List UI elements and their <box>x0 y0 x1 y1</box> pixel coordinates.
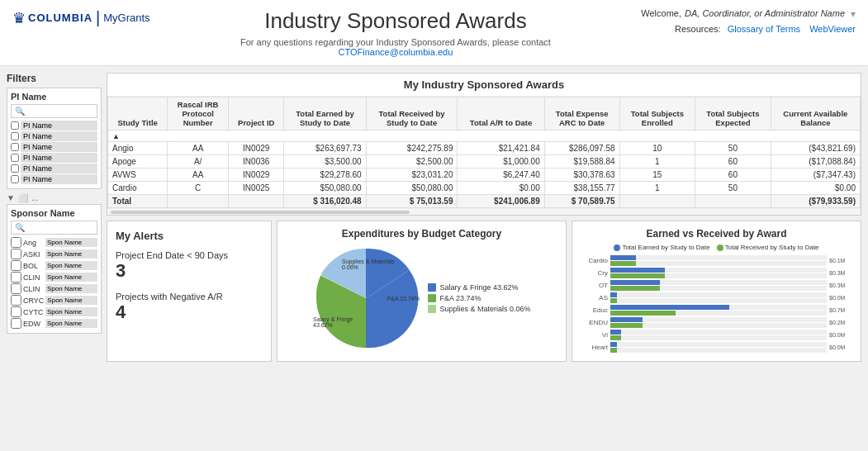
pie-legend-salary: Salary & Fringe 43.62% <box>428 283 530 292</box>
bar-row-cardio: Cardio $0.1M <box>579 255 854 266</box>
bottom-panels: My Alerts Project End Date < 90 Days 3 P… <box>107 221 861 362</box>
pi-item-1: PI Name <box>11 121 97 131</box>
pi-item-4: PI Name <box>11 153 97 163</box>
legend-earned: Total Earned by Study to Date <box>614 244 709 251</box>
pi-checkbox-5[interactable] <box>11 164 19 173</box>
sponsor-btn-3[interactable]: Spon Name <box>45 261 97 270</box>
sponsor-btn-4[interactable]: Spon Name <box>45 273 97 282</box>
bar-chart-title: Earned vs Received by Award <box>579 228 854 240</box>
table-title: My Industry Sponsored Awards <box>107 74 861 97</box>
alerts-panel: My Alerts Project End Date < 90 Days 3 P… <box>107 221 272 362</box>
sponsor-item-3: BOL Spon Name <box>11 260 97 271</box>
resources-label: Resources: <box>675 24 721 34</box>
title-area: Industry Sponsored Awards For any questi… <box>150 8 642 57</box>
bar-chart-legend: Total Earned by Study to Date Total Rece… <box>579 244 854 251</box>
scroll-icon[interactable]: ▾ <box>851 8 856 20</box>
sponsor-btn-6[interactable]: Spon Name <box>45 296 97 305</box>
more-icon[interactable]: ... <box>31 193 38 202</box>
logo-grants: MyGrants <box>103 12 149 24</box>
filters-panel: Filters PI Name PI Name PI Name PI Name … <box>7 73 102 362</box>
pi-checkbox-3[interactable] <box>11 143 19 151</box>
pi-checkbox-1[interactable] <box>11 121 19 130</box>
col-balance: Current AvailableBalance <box>771 97 860 131</box>
pi-btn-2[interactable]: PI Name <box>21 131 97 141</box>
alert-count-2: 4 <box>116 301 263 323</box>
pie-legend: Salary & Fringe 43.62% F&A 23.74% Suppli… <box>428 283 530 316</box>
sponsor-cb-1[interactable] <box>11 237 21 248</box>
sponsor-btn-8[interactable]: Spon Name <box>45 319 97 328</box>
pie-legend-supplies: Supplies & Materials 0.06% <box>428 305 530 313</box>
glossary-link[interactable]: Glossary of Terms <box>728 24 800 34</box>
sort-row: ▲ <box>108 131 861 142</box>
right-content: My Industry Sponsored Awards Study Title… <box>107 73 861 362</box>
sponsor-short-3: BOL <box>23 262 44 270</box>
alert-desc-1: Project End Date < 90 Days <box>116 250 263 260</box>
table-row: AVWS AA IN0029 $29,278.60 $23,031.20 $6,… <box>108 169 861 182</box>
pi-checkbox-2[interactable] <box>11 132 19 140</box>
sponsor-short-1: Ang <box>23 239 44 247</box>
pi-btn-4[interactable]: PI Name <box>21 153 97 163</box>
alerts-title: My Alerts <box>116 230 263 242</box>
sponsor-item-4: CLIN Spon Name <box>11 272 97 282</box>
sort-arrow[interactable]: ▲ <box>112 132 120 140</box>
pi-btn-5[interactable]: PI Name <box>21 164 97 173</box>
sponsor-btn-2[interactable]: Spon Name <box>45 249 97 259</box>
main-content: Filters PI Name PI Name PI Name PI Name … <box>0 66 868 368</box>
total-row: Total $ 316,020.48 $ 75,013.59 $241,006.… <box>108 195 861 208</box>
sponsor-cb-5[interactable] <box>11 283 21 294</box>
pi-checkbox-4[interactable] <box>11 154 19 162</box>
sponsor-cb-3[interactable] <box>11 260 21 271</box>
pie-chart-svg <box>312 244 420 352</box>
pi-checkbox-6[interactable] <box>11 175 19 183</box>
alert-item-2: Projects with Negative A/R 4 <box>116 292 263 323</box>
sponsor-btn-5[interactable]: Spon Name <box>45 284 97 293</box>
bar-row-vi: Vi $0.0M <box>579 330 854 340</box>
sponsor-short-7: CYTC <box>23 308 44 316</box>
col-ar: Total A/R to Date <box>458 97 544 131</box>
welcome-label: Welcome, <box>641 8 681 18</box>
sponsor-btn-1[interactable]: Spon Name <box>45 238 97 247</box>
welcome-user: DA, Coordinator, or Administrator Name <box>685 8 845 18</box>
expand-icon[interactable]: ⬜ <box>18 193 28 202</box>
pi-search-input[interactable] <box>11 104 97 118</box>
filter-icon[interactable]: ▼ <box>7 193 15 202</box>
pi-item-2: PI Name <box>11 131 97 141</box>
sponsor-search-input[interactable] <box>11 221 97 235</box>
bar-row-as: AS $0.0M <box>579 292 854 303</box>
pi-btn-6[interactable]: PI Name <box>21 174 97 184</box>
pi-name-filter: PI Name PI Name PI Name PI Name PI Name … <box>7 88 102 189</box>
col-rascal: Rascal IRBProtocolNumber <box>168 97 229 131</box>
crown-icon: ♛ <box>12 9 26 27</box>
pi-btn-1[interactable]: PI Name <box>21 121 97 131</box>
legend-received: Total Received by Study to Date <box>717 244 819 251</box>
sponsor-short-8: EDW <box>23 320 44 328</box>
welcome-area: Welcome, DA, Coordinator, or Administrat… <box>641 8 856 34</box>
sponsor-cb-7[interactable] <box>11 306 21 317</box>
table-row: Apoge A/ IN0036 $3,500.00 $2,500.00 $1,0… <box>108 155 861 169</box>
pi-name-title: PI Name <box>11 92 97 102</box>
webviewer-link[interactable]: WebViewer <box>809 24 856 34</box>
pi-item-3: PI Name <box>11 142 97 152</box>
alert-item-1: Project End Date < 90 Days 3 <box>116 250 263 282</box>
bar-row-endu: ENDU $0.2M <box>579 317 854 328</box>
sponsor-btn-7[interactable]: Spon Name <box>45 307 97 316</box>
bar-chart-rows: Cardio $0.1M Cry $0.3M <box>579 255 854 353</box>
page-title: Industry Sponsored Awards <box>167 8 625 34</box>
bar-row-ot: OT $0.3M <box>579 280 854 291</box>
awards-table: Study Title Rascal IRBProtocolNumber Pro… <box>107 97 861 208</box>
sponsor-cb-4[interactable] <box>11 272 21 282</box>
bar-row-cry: Cry $0.3M <box>579 268 854 278</box>
contact-email-link[interactable]: CTOFinance@columbia.edu <box>339 47 453 57</box>
sponsor-item-7: CYTC Spon Name <box>11 306 97 317</box>
filters-label: Filters <box>7 73 102 84</box>
col-project: Project ID <box>229 97 284 131</box>
pi-btn-3[interactable]: PI Name <box>21 142 97 152</box>
sponsor-cb-2[interactable] <box>11 249 21 259</box>
sponsor-cb-6[interactable] <box>11 295 21 306</box>
sponsor-toolbar: ▼ ⬜ ... <box>7 193 102 202</box>
alert-count-1: 3 <box>116 260 263 282</box>
sponsor-cb-8[interactable] <box>11 318 21 329</box>
sponsor-item-5: CLIN Spon Name <box>11 283 97 294</box>
logo-divider: | <box>96 8 100 27</box>
logo-area: ♛ COLUMBIA | MyGrants <box>12 8 150 27</box>
